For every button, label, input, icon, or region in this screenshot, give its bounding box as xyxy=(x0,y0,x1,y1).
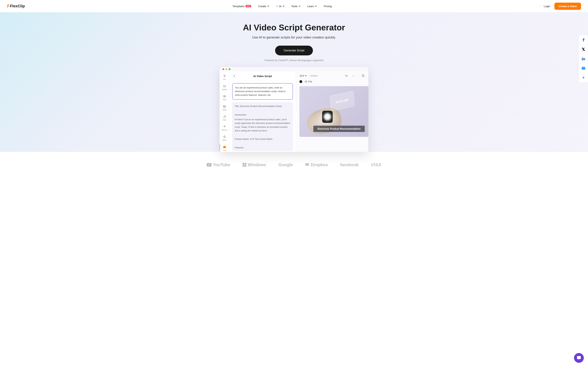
nav-learn-label: Learn xyxy=(307,5,314,8)
timeline-marker[interactable] xyxy=(299,80,302,83)
hero-subtitle: Use AI to generate scripts for your vide… xyxy=(0,35,588,39)
chevron-down-icon xyxy=(267,5,269,7)
redo-button xyxy=(351,74,355,77)
app-preview: Text Subtitle Video Image Audio xyxy=(220,67,368,152)
plus-icon: + xyxy=(582,75,585,80)
nav-templates[interactable]: Templates HOT xyxy=(233,5,251,8)
login-link[interactable]: Login xyxy=(544,5,550,8)
nav-templates-label: Templates xyxy=(233,5,244,8)
app-body: Text Subtitle Video Image Audio xyxy=(220,71,368,152)
brand-label: YouTube xyxy=(213,162,230,167)
text-icon xyxy=(223,74,226,78)
output-intro-body: Hi there! If you're an experienced produ… xyxy=(235,118,291,133)
nav-pricing[interactable]: Pricing xyxy=(324,5,332,8)
create-video-button[interactable]: Create a Video xyxy=(554,3,581,10)
brand-visa: VISA xyxy=(371,162,381,167)
timeline-row: 5.0s xyxy=(299,80,368,83)
sidebar-item-video[interactable]: Video xyxy=(220,94,229,101)
collapse-handle[interactable]: ‹ xyxy=(295,112,298,122)
prompt-input[interactable]: You are an experienced product sales, wr… xyxy=(232,83,293,100)
script-output: Title: Electronic Product Recommendation… xyxy=(232,102,293,151)
sidebar-item-text[interactable]: Text xyxy=(220,74,229,81)
header-actions: Login Create a Video xyxy=(539,3,581,10)
script-panel-title: AI Video Script xyxy=(232,75,293,78)
nav-ai[interactable]: ✦ AI xyxy=(276,5,284,8)
undo-button[interactable] xyxy=(345,74,348,77)
svg-point-4 xyxy=(224,117,224,118)
nav-create[interactable]: Create xyxy=(258,5,269,8)
generate-script-button[interactable]: Generate Script xyxy=(275,46,313,55)
nav-tools[interactable]: Tools xyxy=(291,5,300,8)
mac-maximize-icon xyxy=(229,68,231,70)
sidebar-item-image[interactable]: Image xyxy=(220,104,229,111)
sidebar-label: Audio xyxy=(222,119,226,121)
video-toolbar: 16:9 Untitled xyxy=(299,74,368,77)
output-intro-label: Introduction: xyxy=(235,113,291,117)
video-panel: 16:9 Untitled 5.0s xyxy=(296,71,368,152)
aspect-value: 16:9 xyxy=(299,75,304,77)
sidebar-item-element[interactable]: Element xyxy=(220,124,229,132)
video-preview[interactable]: $120,000 Electronic Product Recommendati… xyxy=(299,86,368,137)
nav-tools-label: Tools xyxy=(291,5,297,8)
audio-icon xyxy=(223,115,226,118)
output-features-label: Features: xyxy=(235,146,291,150)
duration-badge[interactable]: 5.0s xyxy=(305,80,312,83)
image-icon xyxy=(223,105,226,108)
sidebar-item-audio[interactable]: Audio xyxy=(220,114,229,121)
output-product: Product Name: XYZ Tech Smart Watch xyxy=(235,137,291,141)
app-sidebar: Text Subtitle Video Image Audio xyxy=(220,71,229,152)
effect-icon xyxy=(223,135,226,139)
share-x-button[interactable] xyxy=(579,45,588,54)
logo-text: FlexClip xyxy=(10,4,25,8)
chevron-down-icon xyxy=(305,75,307,76)
brands-row: YouTube Windows Google Dropbox facebook … xyxy=(0,152,588,174)
windows-icon xyxy=(242,163,246,167)
sidebar-item-subtitle[interactable]: Subtitle xyxy=(220,84,229,91)
brand-label: Dropbox xyxy=(311,162,328,167)
brand-dropbox: Dropbox xyxy=(305,162,328,167)
sidebar-label: Tools xyxy=(223,150,226,151)
subtitle-icon xyxy=(223,84,226,88)
sidebar-label: Video xyxy=(222,99,226,100)
aspect-ratio-select[interactable]: 16:9 xyxy=(299,75,307,77)
svg-point-5 xyxy=(225,117,225,117)
svg-rect-0 xyxy=(223,85,226,87)
output-feature: - Sleek and modern design xyxy=(235,151,291,151)
nav-learn[interactable]: Learn xyxy=(307,5,317,8)
element-icon xyxy=(223,125,226,128)
x-icon xyxy=(582,48,585,51)
dropbox-icon xyxy=(305,163,309,167)
sidebar-item-tools[interactable]: Tools xyxy=(220,144,229,152)
mac-titlebar xyxy=(220,67,368,71)
share-more-button[interactable]: + xyxy=(579,73,588,82)
project-name[interactable]: Untitled xyxy=(310,75,318,77)
nav-create-label: Create xyxy=(258,5,266,8)
share-facebook-button[interactable] xyxy=(579,35,588,45)
sidebar-label: Element xyxy=(222,129,227,131)
site-header: FFlexClip Templates HOT Create ✦ AI Tool… xyxy=(0,0,588,12)
sparkle-icon: ✦ xyxy=(276,5,278,8)
mac-minimize-icon xyxy=(225,68,227,70)
facebook-icon xyxy=(583,38,585,42)
tools-icon xyxy=(223,145,226,149)
share-email-button[interactable] xyxy=(579,63,588,73)
svg-point-13 xyxy=(582,57,583,58)
logo[interactable]: FFlexClip xyxy=(7,4,25,8)
brand-label: Google xyxy=(278,162,293,167)
brand-label: VISA xyxy=(371,162,381,167)
hot-badge: HOT xyxy=(245,5,251,7)
svg-rect-8 xyxy=(242,163,244,165)
share-linkedin-button[interactable] xyxy=(579,54,588,63)
brand-youtube: YouTube xyxy=(207,162,230,167)
social-share-rail: + xyxy=(579,35,588,83)
youtube-icon xyxy=(207,163,212,167)
email-icon xyxy=(582,67,585,70)
sidebar-label: Effect xyxy=(222,139,226,141)
chevron-down-icon xyxy=(315,5,317,7)
script-panel: AI Video Script You are an experienced p… xyxy=(229,71,296,152)
brand-google: Google xyxy=(278,162,293,167)
sidebar-item-effect[interactable]: Effect xyxy=(220,134,229,142)
chevron-down-icon xyxy=(283,5,284,7)
crop-button[interactable] xyxy=(361,74,365,77)
video-icon xyxy=(223,95,226,98)
